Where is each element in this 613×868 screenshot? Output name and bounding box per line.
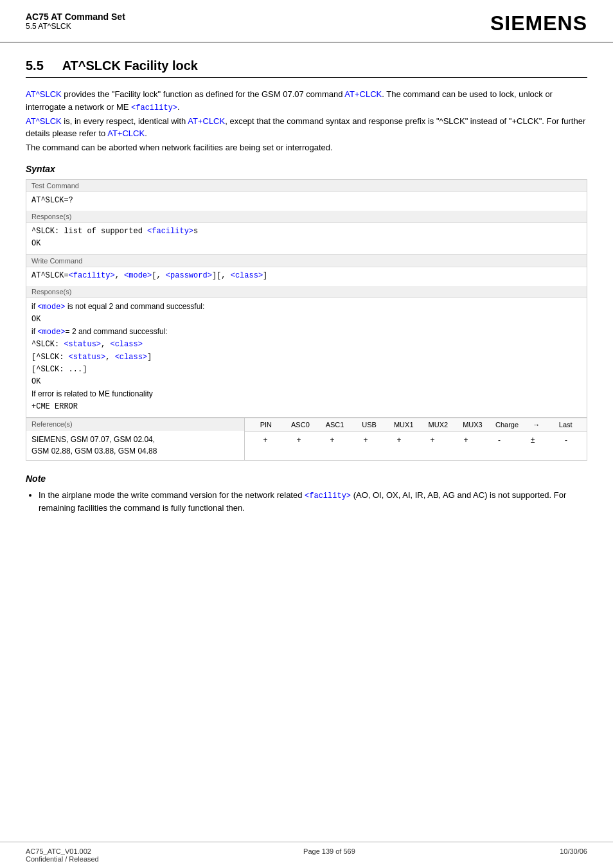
wr-if2: if <mode>= 2 and command successful: [31, 327, 168, 336]
ref-left-block: Reference(s) SIEMENS, GSM 07.07, GSM 02.… [26, 418, 245, 460]
footer-doc-id: AC75_ATC_V01.002 [26, 847, 99, 855]
wr-class2: <class> [115, 353, 147, 362]
write-command-label: Write Command [26, 255, 587, 267]
section-title: AT^SLCK Facility lock [62, 58, 198, 73]
test-resp-line1: ^SLCK: list of supported [31, 227, 147, 236]
test-command-cell: Test Command AT^SLCK=? Response(s) ^SLCK… [26, 180, 587, 255]
write-response-label: Response(s) [26, 286, 587, 298]
col-mux2: MUX2 [421, 421, 456, 429]
wr-resp1: ^SLCK: <status>, <class> [31, 340, 143, 349]
desc-para1-period: . [177, 102, 180, 112]
note-facility-link: <facility> [305, 492, 351, 500]
ref-line1: SIEMENS, GSM 07.07, GSM 02.04, [31, 435, 155, 444]
desc-para2: AT^SLCK is, in every respect, identical … [26, 115, 587, 140]
col-mux3: MUX3 [456, 421, 490, 429]
val-charge: - [483, 436, 516, 445]
section-number: 5.5 [26, 58, 44, 73]
link-atslck2[interactable]: AT^SLCK [26, 116, 62, 126]
val-arrow: ± [516, 436, 549, 445]
doc-subtitle: 5.5 AT^SLCK [26, 22, 125, 31]
page: AC75 AT Command Set 5.5 AT^SLCK SIEMENS … [0, 0, 613, 868]
wc-facility: <facility> [69, 271, 115, 280]
wc-password: <password> [166, 271, 212, 280]
note-heading: Note [26, 474, 587, 484]
test-command-content: AT^SLCK=? [26, 192, 587, 211]
wc-mode: <mode> [124, 271, 152, 280]
wr-if1: if <mode> is not equal 2 and command suc… [31, 302, 204, 311]
val-usb: + [349, 436, 382, 445]
desc-para1-plain: provides the "Facility lock" function as… [62, 89, 345, 99]
link-atclck3[interactable]: AT+CLCK [107, 128, 145, 138]
wr-iferror: If error is related to ME functionality [31, 389, 153, 398]
header-right: SIEMENS [490, 12, 587, 35]
footer-center: Page 139 of 569 [303, 847, 355, 863]
desc-para2-start: is, in every respect, identical with [62, 116, 188, 126]
footer-page: Page 139 of 569 [303, 847, 355, 855]
note-item-1: In the airplane mode the write command v… [39, 489, 587, 515]
test-resp-facility: <facility> [147, 227, 193, 236]
desc-para2-end2: . [145, 128, 147, 138]
reference-row: Reference(s) SIEMENS, GSM 07.07, GSM 02.… [26, 418, 587, 461]
desc-para1: AT^SLCK provides the "Facility lock" fun… [26, 88, 587, 114]
reference-cell: Reference(s) SIEMENS, GSM 07.07, GSM 02.… [26, 418, 587, 461]
ref-right-block: PIN ASC0 ASC1 USB MUX1 MUX2 MUX3 Charge … [245, 418, 587, 460]
write-command-row: Write Command AT^SLCK=<facility>, <mode>… [26, 254, 587, 418]
link-atclck2[interactable]: AT+CLCK [188, 116, 225, 126]
footer-right: 10/30/06 [560, 847, 587, 863]
col-charge: Charge [490, 421, 524, 429]
ref-table-header: PIN ASC0 ASC1 USB MUX1 MUX2 MUX3 Charge … [245, 418, 587, 432]
ref-split-row: Reference(s) SIEMENS, GSM 07.07, GSM 02.… [26, 418, 587, 460]
col-mux1: MUX1 [386, 421, 421, 429]
wc-class: <class> [231, 271, 263, 280]
syntax-heading: Syntax [26, 164, 587, 174]
syntax-table: Test Command AT^SLCK=? Response(s) ^SLCK… [26, 179, 587, 461]
test-resp-s: s [193, 227, 198, 236]
test-command-label: Test Command [26, 180, 587, 192]
ref-line2: GSM 02.88, GSM 03.88, GSM 04.88 [31, 447, 157, 456]
test-response-content: ^SLCK: list of supported <facility>s OK [26, 223, 587, 254]
footer-date: 10/30/06 [560, 847, 587, 855]
val-pin: + [249, 436, 282, 445]
col-arrow: → [524, 421, 549, 429]
ref-content: SIEMENS, GSM 07.07, GSM 02.04, GSM 02.88… [26, 430, 244, 460]
test-command-text: AT^SLCK=? [31, 196, 73, 205]
footer-confidential: Confidential / Released [26, 855, 99, 863]
doc-title: AC75 AT Command Set [26, 12, 125, 22]
val-mux3: + [449, 436, 483, 445]
wr-status2: <status> [69, 353, 106, 362]
col-pin: PIN [249, 421, 283, 429]
link-atclck1[interactable]: AT+CLCK [344, 89, 382, 99]
desc-para3: The command can be aborted when network … [26, 141, 587, 154]
wr-ok2: OK [31, 377, 40, 386]
ref-table-values: + + + + + + + - ± - [245, 432, 587, 448]
brand-name: SIEMENS [490, 12, 587, 35]
write-cmd-text: AT^SLCK=<facility>, <mode>[, <password>]… [31, 271, 267, 280]
test-command-row: Test Command AT^SLCK=? Response(s) ^SLCK… [26, 180, 587, 255]
page-header: AC75 AT Command Set 5.5 AT^SLCK SIEMENS [0, 0, 613, 43]
wr-status1: <status> [64, 340, 101, 349]
write-command-content: AT^SLCK=<facility>, <mode>[, <password>]… [26, 267, 587, 286]
wr-mode1: <mode> [37, 303, 65, 312]
link-atslck[interactable]: AT^SLCK [26, 89, 62, 99]
wr-error: +CME ERROR [31, 402, 78, 411]
facility-ref-1: <facility> [131, 103, 177, 112]
section-heading: 5.5 AT^SLCK Facility lock [26, 58, 587, 78]
col-last: Last [548, 421, 583, 429]
val-asc1: + [315, 436, 349, 445]
ref-label: Reference(s) [26, 418, 244, 430]
col-usb: USB [352, 421, 387, 429]
wr-class1: <class> [110, 340, 142, 349]
description-block: AT^SLCK provides the "Facility lock" fun… [26, 88, 587, 154]
wr-resp2: [^SLCK: <status>, <class>] [31, 353, 152, 362]
write-command-cell: Write Command AT^SLCK=<facility>, <mode>… [26, 254, 587, 418]
val-mux2: + [416, 436, 449, 445]
note-text-start: In the airplane mode the write command v… [39, 490, 305, 500]
val-asc0: + [282, 436, 315, 445]
main-content: 5.5 AT^SLCK Facility lock AT^SLCK provid… [0, 43, 613, 842]
page-footer: AC75_ATC_V01.002 Confidential / Released… [0, 842, 613, 868]
note-list: In the airplane mode the write command v… [26, 489, 587, 515]
val-mux1: + [382, 436, 416, 445]
footer-left: AC75_ATC_V01.002 Confidential / Released [26, 847, 99, 863]
header-left: AC75 AT Command Set 5.5 AT^SLCK [26, 12, 125, 31]
write-response-content: if <mode> is not equal 2 and command suc… [26, 298, 587, 418]
